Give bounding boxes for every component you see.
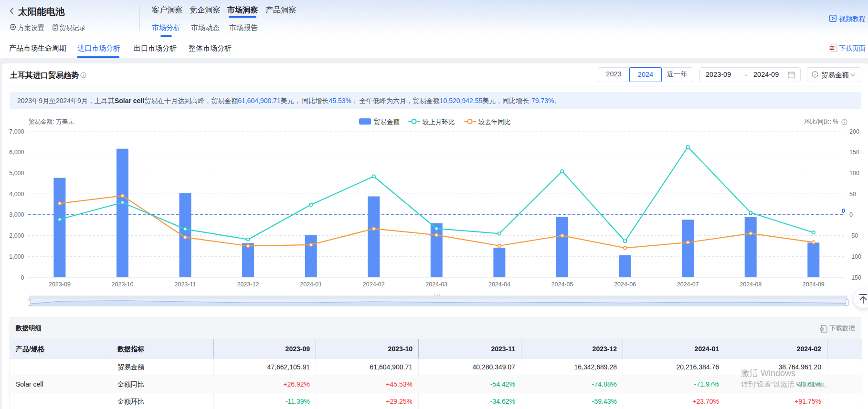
svg-text:PDF: PDF: [829, 47, 834, 50]
svg-text:x: x: [821, 327, 823, 330]
